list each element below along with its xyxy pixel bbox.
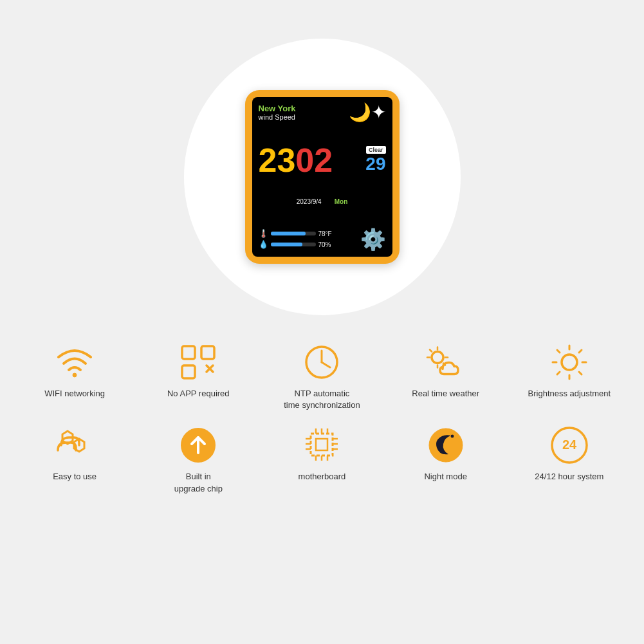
svg-line-12 [430,349,432,351]
weather-right: Clear 29 [365,146,385,174]
wifi-icon [55,344,94,380]
temp-display: 29 [365,154,385,174]
city-label: New York [259,104,296,113]
svg-rect-1 [182,346,195,359]
motherboard-icon [302,426,342,465]
feature-brightness: Brightness adjustment [511,341,627,400]
upgrade-chip-icon [179,426,217,465]
feature-upgrade-chip: Built in upgrade chip [140,424,256,494]
wifi-label: WIFI networking [44,388,105,400]
feature-no-app: No APP required [140,341,256,400]
humidity-sensor-row: 💧 70% [259,240,332,249]
day-label: Mon [335,198,348,205]
humidity-icon: 💧 [259,240,268,249]
svg-text:24: 24 [562,437,577,452]
feature-hour-system: 24 24/12 hour system [511,424,627,483]
screen: New York wind Speed 🌙✦ 23 02 Clear 29 [252,97,392,257]
time-part1: 23 [259,143,296,177]
feature-night-mode: Night mode [388,424,504,483]
svg-point-7 [432,351,443,363]
brightness-icon [550,343,589,382]
weather-badge: Clear [366,146,386,154]
temp-bar [271,232,316,235]
svg-point-42 [429,428,463,462]
motherboard-label: motherboard [299,471,346,483]
svg-line-6 [322,362,330,367]
humidity-value: 70% [318,241,331,248]
humidity-bar [271,243,316,246]
device-section: New York wind Speed 🌙✦ 23 02 Clear 29 [0,0,644,335]
date-label: 2023/9/4 [297,198,322,205]
features-section: WIFI networking No APP required [0,335,644,508]
feature-ntp: NTP automatic time synchronization [264,341,380,411]
features-row-2: Easy to use Built in upgrade chip [13,424,631,494]
hour-system-label: 24/12 hour system [535,471,603,483]
feature-easy-use: Easy to use [17,424,133,483]
hour-system-icon: 24 [549,426,589,465]
compass-icon: ⚙️ [360,227,386,252]
ntp-icon [302,343,341,382]
circle-background: New York wind Speed 🌙✦ 23 02 Clear 29 [184,39,461,315]
time-display: 23 02 [259,143,333,177]
svg-point-14 [562,354,577,370]
feature-weather: Real time weather [388,341,504,400]
temp-value: 78°F [318,230,332,237]
date-row: 2023/9/4 Mon [259,198,386,205]
thermometer-icon: 🌡️ [259,229,268,238]
svg-rect-2 [201,346,214,359]
svg-line-22 [557,372,560,374]
svg-point-0 [73,373,77,377]
svg-line-19 [557,350,560,353]
time-part2: 02 [295,143,333,177]
weather-label: Real time weather [412,388,479,400]
night-mode-label: Night mode [424,471,466,483]
svg-rect-28 [311,434,333,455]
time-row: 23 02 Clear 29 [259,143,386,177]
weather-icon [425,343,466,382]
night-mode-icon [427,426,465,465]
wind-label: wind Speed [259,113,296,121]
device: New York wind Speed 🌙✦ 23 02 Clear 29 [245,90,400,264]
svg-rect-29 [316,439,327,450]
temp-sensor-row: 🌡️ 78°F [259,229,332,238]
feature-motherboard: motherboard [264,424,380,483]
ntp-label: NTP automatic time synchronization [284,388,360,411]
feature-wifi: WIFI networking [17,341,133,400]
easy-use-label: Easy to use [53,471,97,483]
easy-use-icon [55,426,95,465]
upgrade-chip-label: Built in upgrade chip [174,471,223,494]
sensors: 🌡️ 78°F 💧 70% [259,229,332,249]
brightness-label: Brightness adjustment [528,388,611,400]
svg-point-43 [450,434,454,438]
features-row-1: WIFI networking No APP required [13,341,631,411]
no-app-icon [179,343,217,382]
no-app-label: No APP required [167,388,230,400]
svg-line-21 [579,350,582,353]
svg-line-20 [579,372,582,374]
humidity-bar-fill [271,243,302,246]
moon-icon: 🌙✦ [349,104,386,122]
temp-bar-fill [271,232,306,235]
svg-rect-3 [182,365,195,378]
